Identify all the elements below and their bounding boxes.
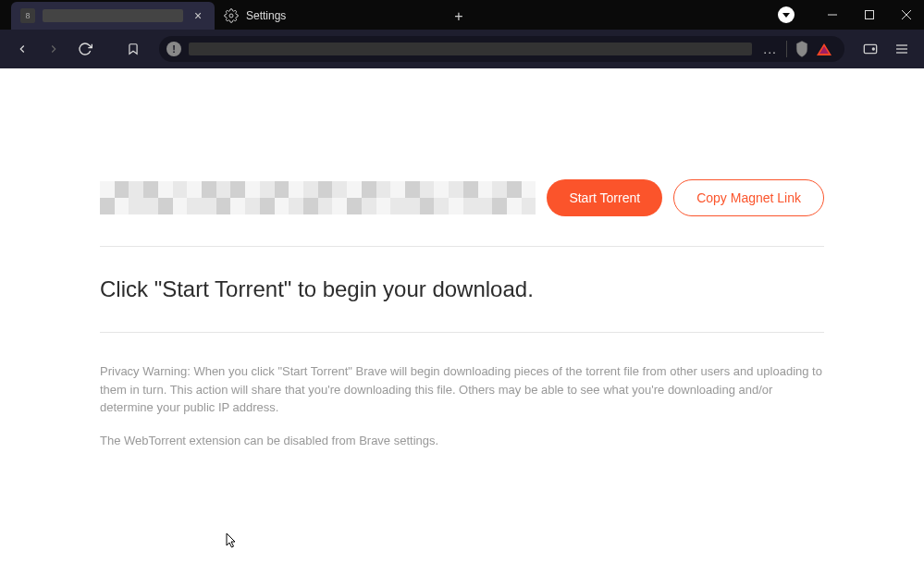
back-button[interactable] [9, 36, 35, 62]
torrent-title-redacted [100, 181, 536, 214]
start-torrent-button[interactable]: Start Torrent [547, 179, 662, 216]
brave-rewards-icon[interactable] [817, 43, 832, 55]
svg-point-6 [872, 48, 874, 50]
url-redacted [189, 43, 752, 55]
forward-button[interactable] [41, 36, 67, 62]
profile-menu-icon[interactable] [778, 6, 795, 23]
brave-shields-icon[interactable] [793, 40, 811, 58]
close-tab-icon[interactable]: × [191, 8, 205, 23]
mouse-cursor-icon [226, 532, 239, 553]
url-overflow-indicator: ... [759, 42, 781, 56]
minimize-button[interactable] [815, 0, 850, 30]
tab-title-redacted [43, 9, 183, 22]
page-content: Start Torrent Copy Magnet Link Click "St… [0, 68, 924, 447]
new-tab-button[interactable]: + [446, 4, 472, 30]
copy-magnet-link-button[interactable]: Copy Magnet Link [673, 179, 824, 216]
maximize-button[interactable] [852, 0, 887, 30]
tab-favicon-badge: 8 [20, 8, 35, 23]
titlebar: 8 × Settings + [0, 0, 924, 30]
bookmark-button[interactable] [120, 36, 146, 62]
urlbar-divider [786, 41, 787, 57]
instruction-text: Click "Start Torrent" to begin your down… [100, 276, 824, 302]
privacy-warning-text: Privacy Warning: When you click "Start T… [100, 362, 824, 417]
site-info-icon[interactable]: ! [166, 42, 181, 56]
tab-settings[interactable]: Settings [215, 2, 446, 30]
toolbar: ! ... [0, 30, 924, 68]
wallet-icon[interactable] [857, 36, 883, 62]
tab-torrent[interactable]: 8 × [11, 2, 215, 30]
svg-point-0 [229, 14, 233, 18]
reload-button[interactable] [72, 36, 98, 62]
disable-note-text: The WebTorrent extension can be disabled… [100, 434, 824, 447]
hamburger-menu-icon[interactable] [889, 36, 915, 62]
divider [100, 246, 824, 247]
divider [100, 332, 824, 333]
svg-rect-2 [866, 11, 874, 19]
address-bar[interactable]: ! ... [159, 36, 844, 62]
header-row: Start Torrent Copy Magnet Link [100, 179, 824, 216]
gear-icon [224, 8, 239, 23]
tab-settings-label: Settings [246, 9, 286, 22]
close-window-button[interactable] [889, 0, 924, 30]
titlebar-right [778, 0, 924, 30]
